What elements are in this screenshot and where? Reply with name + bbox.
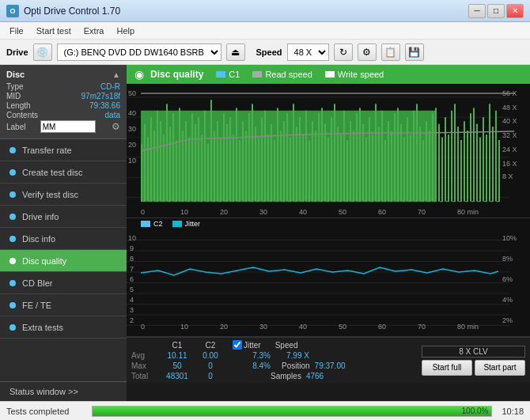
chart1-header: ◉ Disc quality C1 Read speed Write speed [127, 65, 530, 84]
svg-text:3: 3 [130, 306, 134, 314]
position-value: 79:37.00 [315, 361, 346, 370]
start-part-button[interactable]: Start part [475, 360, 525, 376]
svg-rect-67 [327, 138, 329, 202]
svg-text:10: 10 [128, 157, 136, 165]
svg-rect-12 [153, 131, 155, 202]
svg-rect-94 [413, 111, 415, 202]
svg-rect-34 [223, 113, 225, 202]
svg-rect-33 [220, 138, 221, 202]
svg-text:40: 40 [299, 208, 307, 216]
svg-rect-55 [290, 138, 291, 202]
svg-text:50: 50 [339, 323, 346, 331]
speed-buttons-section: 8 X CLV Start full Start part [422, 340, 525, 380]
menu-help[interactable]: Help [110, 25, 141, 37]
contents-label: Contents [6, 111, 38, 119]
window-title: Opti Drive Control 1.70 [24, 6, 120, 17]
disc-arrow-icon[interactable]: ▲ [112, 70, 120, 79]
svg-rect-25 [195, 124, 196, 202]
speed-select[interactable]: 48 X [287, 44, 329, 61]
svg-text:4: 4 [130, 296, 134, 304]
svg-rect-18 [172, 113, 174, 202]
label-settings-icon[interactable]: ⚙ [112, 121, 120, 132]
svg-rect-112 [470, 113, 471, 202]
status-bar: Tests completed 100.0% 10:18 [0, 401, 530, 420]
jitter-checkbox[interactable] [233, 340, 242, 350]
title-bar: O Opti Drive Control 1.70 ─ □ ✕ [0, 0, 530, 22]
eject-button[interactable]: ⏏ [226, 44, 245, 61]
status-window-label: Status window >> [9, 387, 78, 396]
stats-controls: C1 C2 Jitter Speed Avg 10.11 0.00 7.3% 7… [127, 337, 530, 383]
svg-rect-78 [362, 124, 364, 202]
menu-bar: File Start test Extra Help [0, 22, 530, 40]
svg-rect-75 [353, 131, 354, 202]
label-input[interactable] [40, 120, 96, 133]
svg-rect-59 [302, 134, 304, 202]
svg-text:6%: 6% [502, 275, 513, 283]
svg-rect-72 [343, 111, 345, 202]
svg-rect-90 [400, 124, 402, 202]
sidebar-item-verify-test-disc[interactable]: Verify test disc [0, 184, 127, 206]
avg-c1: 10.11 [160, 351, 195, 360]
minimize-button[interactable]: ─ [468, 4, 486, 18]
svg-rect-10 [147, 138, 149, 202]
sidebar-item-drive-info[interactable]: Drive info [0, 206, 127, 228]
extra-button2[interactable]: 💾 [405, 44, 424, 61]
menu-extra[interactable]: Extra [78, 25, 111, 37]
sidebar-item-label: Disc quality [22, 256, 66, 266]
drive-select[interactable]: (G:) BENQ DVD DD DW1640 BSRB [57, 44, 221, 61]
sidebar-item-disc-quality[interactable]: Disc quality [0, 250, 127, 272]
svg-rect-46 [261, 117, 263, 201]
start-full-button[interactable]: Start full [422, 360, 472, 376]
svg-text:30: 30 [128, 125, 136, 133]
mid-label: MID [6, 92, 21, 100]
svg-rect-60 [305, 111, 307, 202]
dot-icon [9, 169, 16, 176]
svg-text:10: 10 [180, 208, 188, 216]
svg-rect-62 [312, 121, 313, 201]
maximize-button[interactable]: □ [487, 4, 505, 18]
max-c2: 0 [196, 361, 225, 370]
sidebar-item-label: Verify test disc [22, 190, 78, 199]
extra-button1[interactable]: 📋 [381, 44, 400, 61]
app-icon: O [6, 5, 19, 17]
sidebar-item-create-test-disc[interactable]: Create test disc [0, 161, 127, 184]
svg-rect-45 [258, 138, 259, 202]
status-window-button[interactable]: Status window >> [0, 382, 127, 401]
refresh-button[interactable]: ↻ [334, 44, 353, 61]
svg-rect-87 [391, 131, 392, 202]
status-text: Tests completed [6, 407, 85, 416]
svg-rect-69 [334, 104, 335, 201]
svg-text:2: 2 [130, 316, 134, 324]
menu-start-test[interactable]: Start test [30, 25, 78, 37]
avg-jitter: 7.3% [239, 351, 271, 360]
sidebar-item-disc-info[interactable]: Disc info [0, 228, 127, 250]
sidebar-item-label: Transfer rate [22, 146, 72, 155]
svg-rect-52 [280, 131, 282, 202]
svg-rect-64 [318, 113, 320, 202]
close-button[interactable]: ✕ [506, 4, 524, 18]
sidebar-item-fe-te[interactable]: FE / TE [0, 294, 127, 316]
col-c2-header: C2 [196, 341, 225, 350]
svg-rect-30 [210, 100, 212, 201]
svg-rect-15 [163, 134, 165, 202]
samples-value: 4766 [306, 372, 324, 380]
svg-rect-53 [283, 121, 285, 201]
svg-text:16 X: 16 X [502, 160, 517, 168]
progress-fill [93, 407, 491, 416]
sidebar-item-transfer-rate[interactable]: Transfer rate [0, 139, 127, 161]
svg-text:30: 30 [259, 323, 267, 331]
total-c1: 48301 [160, 372, 195, 380]
svg-rect-13 [157, 111, 158, 202]
write-legend-box [325, 71, 335, 78]
svg-rect-79 [365, 138, 367, 202]
chart2-svg: 0 10 20 30 40 50 60 70 80 min 10 9 8 7 6… [127, 229, 530, 336]
sidebar-item-extra-tests[interactable]: Extra tests [0, 316, 127, 339]
svg-rect-54 [286, 113, 288, 202]
samples-label: Samples [271, 372, 301, 380]
svg-rect-38 [236, 108, 237, 201]
svg-rect-29 [207, 144, 209, 202]
svg-rect-36 [229, 117, 231, 201]
sidebar-item-cd-bler[interactable]: CD Bler [0, 272, 127, 294]
menu-file[interactable]: File [3, 25, 30, 37]
settings-button[interactable]: ⚙ [358, 44, 377, 61]
